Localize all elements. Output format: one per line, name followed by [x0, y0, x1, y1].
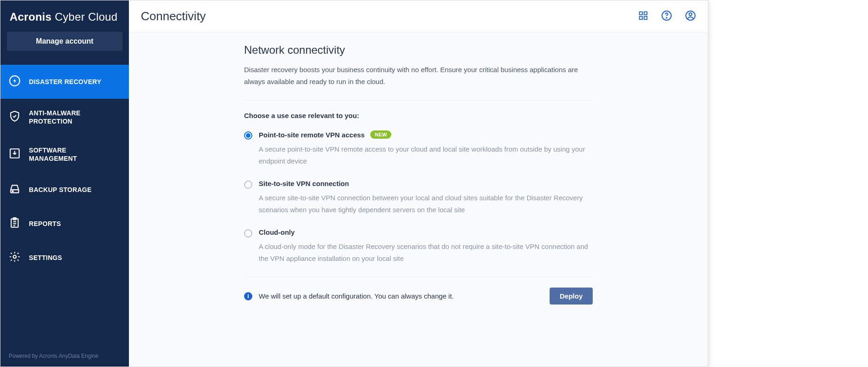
radio-icon[interactable]	[244, 181, 252, 189]
drive-icon	[9, 183, 21, 197]
brand-light: Cyber Cloud	[55, 11, 117, 23]
topbar: Connectivity	[129, 0, 708, 33]
option-description: A secure site-to-site VPN connection bet…	[259, 192, 593, 215]
radio-icon[interactable]	[244, 229, 252, 237]
shield-icon	[9, 110, 21, 124]
svg-rect-7	[640, 11, 642, 14]
option-site-to-site[interactable]: Site-to-site VPN connection A secure sit…	[244, 180, 593, 215]
option-cloud-only[interactable]: Cloud-only A cloud-only mode for the Dis…	[244, 228, 593, 264]
option-title-row: Point-to-site remote VPN access NEW	[259, 130, 593, 139]
radio-icon[interactable]	[244, 131, 252, 140]
page-title: Connectivity	[141, 9, 638, 23]
panel-description: Disaster recovery boosts your business c…	[244, 64, 593, 87]
main-area: Connectivity Network connectivity Disast…	[129, 0, 708, 367]
option-body: Site-to-site VPN connection A secure sit…	[259, 180, 593, 215]
panel-title: Network connectivity	[244, 44, 593, 56]
brand-bold: Acronis	[10, 11, 51, 23]
apps-grid-icon[interactable]	[638, 11, 648, 23]
svg-rect-9	[640, 16, 642, 19]
svg-point-14	[689, 13, 692, 16]
help-icon[interactable]	[661, 10, 672, 23]
sidebar-item-label: SETTINGS	[29, 254, 62, 262]
clipboard-icon	[9, 217, 21, 231]
brand-logo: Acronis Cyber Cloud	[0, 0, 129, 32]
sidebar-item-reports[interactable]: REPORTS	[0, 207, 129, 241]
option-point-to-site[interactable]: Point-to-site remote VPN access NEW A se…	[244, 130, 593, 167]
divider	[244, 100, 593, 101]
svg-rect-10	[644, 16, 647, 19]
option-title: Site-to-site VPN connection	[259, 180, 349, 187]
svg-point-3	[12, 191, 13, 192]
sidebar-nav: DISASTER RECOVERY ANTI-MALWARE PROTECTIO…	[0, 65, 129, 345]
sidebar-item-label: DISASTER RECOVERY	[29, 78, 101, 86]
option-description: A secure point-to-site VPN remote access…	[259, 143, 593, 167]
account-icon[interactable]	[685, 10, 696, 23]
footer-text: We will set up a default configuration. …	[259, 292, 543, 300]
choose-use-case-label: Choose a use case relevant to you:	[244, 112, 593, 119]
option-title-row: Cloud-only	[259, 228, 593, 236]
sidebar-item-anti-malware[interactable]: ANTI-MALWARE PROTECTION	[0, 99, 129, 136]
sidebar: Acronis Cyber Cloud Manage account DISAS…	[0, 0, 129, 367]
download-box-icon	[9, 147, 21, 161]
svg-point-6	[13, 255, 17, 259]
gear-icon	[9, 251, 21, 265]
content-scroll: Network connectivity Disaster recovery b…	[129, 33, 708, 367]
sidebar-item-software-management[interactable]: SOFTWARE MANAGEMENT	[0, 136, 129, 173]
connectivity-panel: Network connectivity Disaster recovery b…	[244, 33, 593, 367]
option-body: Point-to-site remote VPN access NEW A se…	[259, 130, 593, 167]
app-window: Acronis Cyber Cloud Manage account DISAS…	[0, 0, 708, 367]
footer-row: i We will set up a default configuration…	[244, 277, 593, 305]
sidebar-item-label: ANTI-MALWARE PROTECTION	[29, 109, 111, 125]
deploy-button[interactable]: Deploy	[550, 288, 593, 305]
sidebar-item-label: BACKUP STORAGE	[29, 186, 92, 194]
svg-rect-8	[644, 11, 647, 14]
new-badge: NEW	[370, 130, 392, 139]
option-body: Cloud-only A cloud-only mode for the Dis…	[259, 228, 593, 264]
sidebar-item-label: REPORTS	[29, 220, 61, 228]
option-description: A cloud-only mode for the Disaster Recov…	[259, 241, 593, 264]
option-title-row: Site-to-site VPN connection	[259, 180, 593, 187]
sidebar-item-backup-storage[interactable]: BACKUP STORAGE	[0, 173, 129, 207]
powered-by-text: Powered by Acronis AnyData Engine	[0, 345, 129, 367]
manage-account-button[interactable]: Manage account	[7, 32, 122, 51]
option-title: Cloud-only	[259, 228, 295, 236]
sidebar-item-settings[interactable]: SETTINGS	[0, 241, 129, 275]
option-title: Point-to-site remote VPN access	[259, 131, 365, 139]
sidebar-item-label: SOFTWARE MANAGEMENT	[29, 146, 111, 163]
svg-point-12	[666, 17, 667, 18]
info-icon: i	[244, 292, 252, 300]
bolt-circle-icon	[9, 75, 21, 89]
sidebar-item-disaster-recovery[interactable]: DISASTER RECOVERY	[0, 65, 129, 99]
topbar-icons	[638, 10, 696, 23]
